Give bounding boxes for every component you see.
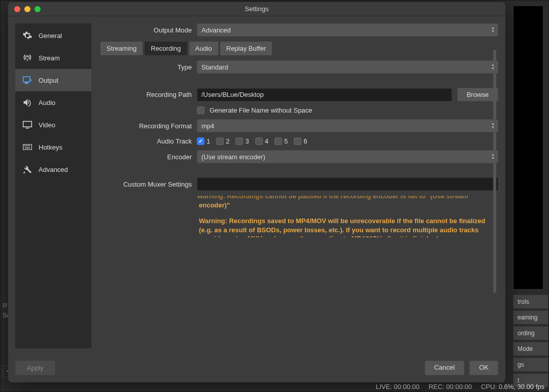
svg-rect-10 — [25, 148, 30, 149]
svg-rect-5 — [24, 146, 25, 147]
settings-content: Output Mode Advanced ▲▼ Streaming Record… — [100, 23, 498, 348]
muxer-label: Custom Muxer Settings — [100, 181, 192, 188]
chevron-updown-icon: ▲▼ — [491, 153, 495, 160]
type-select[interactable]: Standard ▲▼ — [197, 60, 498, 74]
chevron-updown-icon: ▲▼ — [491, 26, 495, 33]
apply-button[interactable]: Apply — [15, 361, 55, 375]
sidebar-item-label: Hotkeys — [39, 144, 62, 151]
track-6-checkbox[interactable] — [294, 137, 301, 145]
warning-2: Warning: Recordings saved to MP4/MOV wil… — [197, 217, 498, 237]
speaker-icon — [21, 97, 33, 108]
scrollbar[interactable] — [493, 50, 496, 293]
svg-rect-8 — [28, 146, 29, 147]
sidebar-item-label: Audio — [39, 99, 55, 106]
output-tabs: Streaming Recording Audio Replay Buffer — [100, 42, 498, 55]
svg-rect-0 — [23, 77, 30, 82]
bg-control-item: eaming — [513, 310, 548, 325]
svg-rect-1 — [25, 83, 28, 84]
output-mode-value: Advanced — [201, 26, 231, 34]
track-3-checkbox[interactable] — [235, 137, 243, 145]
track-4-checkbox[interactable] — [255, 137, 263, 145]
settings-sidebar: General Stream Output Audio Video Hotkey… — [15, 23, 91, 348]
chevron-updown-icon: ▲▼ — [491, 122, 495, 129]
track-label: 3 — [245, 137, 249, 145]
settings-dialog: Settings General Stream Output Audio Vid — [8, 2, 505, 382]
sidebar-item-hotkeys[interactable]: Hotkeys — [15, 136, 91, 158]
dialog-footer: Apply Cancel OK — [8, 355, 505, 382]
recording-format-select[interactable]: mp4 ▲▼ — [197, 119, 498, 132]
sidebar-item-video[interactable]: Video — [15, 114, 91, 136]
track-label: 1 — [207, 137, 210, 145]
output-mode-label: Output Mode — [100, 26, 192, 34]
bg-control-item: ording — [513, 326, 548, 340]
antenna-icon — [21, 53, 33, 63]
svg-rect-7 — [26, 146, 27, 147]
muxer-input[interactable] — [197, 177, 498, 191]
track-1-checkbox[interactable] — [197, 137, 204, 145]
chevron-updown-icon: ▲▼ — [491, 63, 495, 70]
tab-recording[interactable]: Recording — [145, 42, 187, 55]
output-icon — [21, 75, 33, 85]
recording-path-label: Recording Path — [100, 91, 192, 98]
track-2-checkbox[interactable] — [216, 137, 224, 145]
traffic-lights — [8, 6, 41, 12]
sidebar-item-label: Video — [39, 121, 55, 129]
titlebar: Settings — [8, 2, 505, 16]
sidebar-item-label: General — [39, 32, 62, 40]
bg-control-item: gs — [513, 358, 548, 372]
status-live: LIVE: 00:00:00 — [376, 383, 420, 390]
gen-filename-checkbox[interactable] — [197, 106, 204, 114]
gen-filename-label: Generate File Name without Space — [210, 106, 312, 114]
output-mode-select[interactable]: Advanced ▲▼ — [197, 23, 498, 37]
bg-status-bar: LIVE: 00:00:00 REC: 00:00:00 CPU: 0.6%, … — [376, 383, 544, 390]
sidebar-item-audio[interactable]: Audio — [15, 91, 91, 114]
warning-area: Warning: Recordings cannot be paused if … — [197, 196, 498, 237]
keyboard-icon — [21, 142, 33, 152]
sidebar-item-label: Output — [39, 77, 58, 84]
track-label: 5 — [284, 137, 288, 145]
tab-streaming[interactable]: Streaming — [100, 42, 143, 55]
warning-1b: encoder)" — [197, 201, 498, 210]
browse-button[interactable]: Browse — [457, 88, 498, 101]
recording-format-label: Recording Format — [100, 122, 192, 130]
track-label: 4 — [265, 137, 268, 145]
tools-icon — [21, 164, 33, 174]
bg-controls-panel: trols eaming ording Mode gs t — [513, 295, 548, 387]
maximize-icon[interactable] — [35, 6, 41, 12]
cancel-button[interactable]: Cancel — [425, 361, 464, 375]
sidebar-item-stream[interactable]: Stream — [15, 47, 91, 69]
sidebar-item-label: Stream — [39, 54, 60, 62]
svg-rect-3 — [26, 128, 29, 129]
bg-dock-icon: ⊟ — [3, 302, 7, 308]
gear-icon — [21, 30, 33, 41]
monitor-icon — [21, 120, 33, 130]
bg-control-item: trols — [513, 295, 548, 309]
sidebar-item-output[interactable]: Output — [15, 69, 91, 91]
svg-rect-4 — [23, 145, 32, 150]
warning-1a: Warning: Recordings cannot be paused if … — [197, 196, 498, 201]
tab-audio[interactable]: Audio — [189, 42, 218, 55]
recording-format-value: mp4 — [201, 122, 214, 130]
sidebar-item-advanced[interactable]: Advanced — [15, 158, 91, 181]
sidebar-item-general[interactable]: General — [15, 24, 91, 47]
encoder-value: (Use stream encoder) — [201, 153, 265, 161]
tab-replay-buffer[interactable]: Replay Buffer — [220, 42, 272, 55]
track-5-checkbox[interactable] — [274, 137, 282, 145]
svg-rect-6 — [25, 146, 26, 147]
encoder-label: Encoder — [100, 153, 192, 161]
window-title: Settings — [8, 5, 505, 13]
type-label: Type — [100, 63, 192, 71]
audio-track-label: Audio Track — [100, 137, 192, 145]
bg-preview-area — [513, 6, 543, 290]
svg-rect-9 — [29, 146, 30, 147]
close-icon[interactable] — [14, 6, 20, 12]
ok-button[interactable]: OK — [469, 361, 498, 375]
sidebar-item-label: Advanced — [39, 166, 68, 173]
minimize-icon[interactable] — [24, 6, 30, 12]
encoder-select[interactable]: (Use stream encoder) ▲▼ — [197, 150, 498, 163]
recording-path-input[interactable]: /Users/BLue/Desktop — [197, 88, 452, 101]
audio-track-group: 1 2 3 4 5 6 — [197, 137, 307, 145]
bg-control-item: Mode — [513, 342, 548, 356]
track-label: 6 — [303, 137, 307, 145]
status-rec: REC: 00:00:00 — [429, 383, 472, 390]
